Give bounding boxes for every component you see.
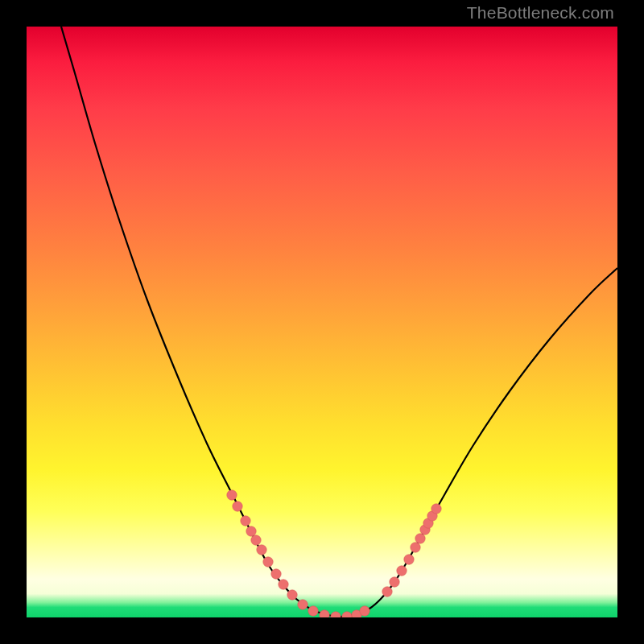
bead-marker [397, 566, 407, 576]
bead-marker [287, 590, 297, 600]
bead-marker [298, 600, 308, 609]
bead-marker [233, 502, 242, 511]
bead-marker [241, 516, 250, 526]
bead-marker [271, 569, 281, 579]
bead-marker [251, 535, 261, 545]
plot-area [27, 27, 617, 617]
bead-marker [279, 580, 288, 589]
bead-marker [390, 577, 399, 587]
bead-marker [308, 606, 318, 616]
bead-marker [320, 610, 329, 617]
bead-marker [342, 612, 352, 617]
bead-marker [257, 545, 266, 555]
bead-marker [263, 557, 273, 567]
curve-svg [27, 27, 617, 617]
watermark-text: TheBottleneck.com [467, 3, 614, 23]
bead-group-right [382, 504, 441, 597]
bead-marker [431, 504, 441, 514]
bead-marker [331, 612, 341, 617]
bead-marker [411, 543, 420, 552]
bead-group-left [227, 490, 369, 617]
bead-marker [246, 526, 256, 536]
bead-marker [227, 490, 237, 500]
bead-marker [382, 587, 392, 597]
bead-marker [360, 606, 369, 616]
outer-frame: TheBottleneck.com [0, 0, 644, 644]
bead-marker [404, 555, 414, 564]
bottleneck-curve [61, 27, 617, 617]
bead-marker [415, 534, 425, 543]
